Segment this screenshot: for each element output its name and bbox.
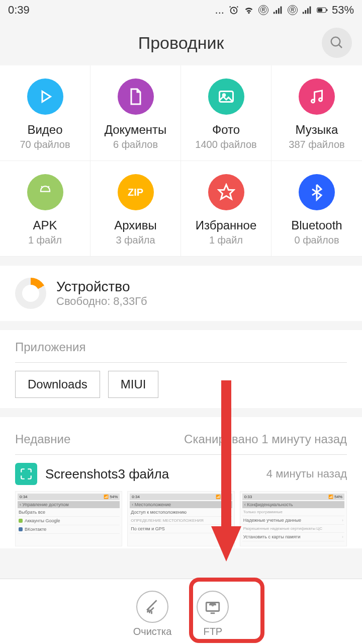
battery-percent: 53% bbox=[332, 4, 354, 17]
registered-icon-1: ® bbox=[258, 5, 268, 15]
thumbnail[interactable]: 0:34📶 54% ‹ Местоположение Доступ к мест… bbox=[127, 491, 234, 546]
category-label: Видео bbox=[27, 123, 62, 137]
recent-title: Недавние bbox=[15, 432, 70, 446]
category-count: 0 файлов bbox=[294, 234, 339, 246]
category-favorites[interactable]: Избранное 1 файл bbox=[181, 161, 272, 257]
app-chips: Downloads MIUI bbox=[15, 371, 347, 398]
bottom-bar: Очистка FTP bbox=[0, 579, 362, 644]
category-label: Архивы bbox=[114, 218, 157, 232]
bluetooth-icon bbox=[299, 174, 335, 210]
category-count: 3 файла bbox=[116, 234, 155, 246]
search-button[interactable] bbox=[322, 28, 352, 58]
category-video[interactable]: Видео 70 файлов bbox=[0, 65, 90, 161]
svg-point-16 bbox=[312, 100, 315, 103]
document-icon bbox=[118, 78, 154, 115]
category-bluetooth[interactable]: Bluetooth 0 файлов bbox=[272, 161, 362, 257]
svg-point-22 bbox=[213, 605, 213, 605]
page-title: Проводник bbox=[138, 33, 224, 53]
recent-thumbnails: 0:34📶 54% ‹ Управление доступом Выбрать … bbox=[15, 491, 347, 546]
svg-rect-1 bbox=[274, 12, 275, 14]
signal-icon-1 bbox=[273, 5, 284, 16]
wifi-icon bbox=[243, 5, 254, 16]
svg-rect-2 bbox=[276, 10, 277, 14]
search-icon bbox=[329, 35, 344, 50]
svg-rect-4 bbox=[281, 7, 282, 14]
apps-title: Приложения bbox=[15, 340, 347, 354]
category-label: Документы bbox=[105, 123, 167, 137]
category-label: Фото bbox=[212, 123, 240, 137]
recent-section: Недавние Сканировано 1 минуту назад Scre… bbox=[0, 417, 362, 548]
thumbnail[interactable]: 0:34📶 54% ‹ Управление доступом Выбрать … bbox=[15, 491, 122, 546]
svg-rect-10 bbox=[318, 9, 322, 12]
category-count: 1400 файлов bbox=[195, 139, 256, 150]
category-label: APK bbox=[33, 218, 57, 232]
svg-rect-7 bbox=[307, 8, 309, 14]
category-apk[interactable]: APK 1 файл bbox=[0, 161, 90, 257]
category-music[interactable]: Музыка 387 файлов bbox=[272, 65, 362, 161]
category-label: Избранное bbox=[196, 218, 257, 232]
clean-label: Очистка bbox=[133, 626, 172, 637]
category-count: 6 файлов bbox=[113, 139, 158, 150]
thumbnail[interactable]: 0:33📶 54% ‹ Конфиденциальность Только пр… bbox=[240, 491, 347, 546]
category-count: 387 файлов bbox=[289, 139, 344, 150]
category-photos[interactable]: Фото 1400 файлов bbox=[181, 65, 272, 161]
svg-rect-11 bbox=[326, 9, 327, 11]
music-icon bbox=[299, 78, 335, 115]
star-icon bbox=[208, 174, 244, 210]
svg-marker-13 bbox=[42, 92, 51, 102]
registered-icon-2: ® bbox=[288, 5, 298, 15]
category-documents[interactable]: Документы 6 файлов bbox=[90, 65, 181, 161]
category-count: 1 файл bbox=[209, 234, 243, 246]
category-count: 70 файлов bbox=[20, 139, 70, 150]
svg-point-17 bbox=[319, 98, 322, 101]
signal-icon-2 bbox=[302, 5, 313, 16]
app-header: Проводник bbox=[0, 20, 362, 65]
android-icon bbox=[27, 174, 63, 210]
storage-free: Свободно: 8,33Гб bbox=[56, 295, 147, 308]
svg-point-12 bbox=[331, 37, 340, 46]
svg-rect-5 bbox=[303, 12, 304, 14]
divider bbox=[15, 454, 347, 455]
status-bar: 0:39 ... ® ® 53% bbox=[0, 0, 362, 20]
clean-button[interactable]: Очистка bbox=[133, 591, 172, 637]
category-label: Музыка bbox=[296, 123, 338, 137]
svg-point-19 bbox=[47, 189, 48, 190]
more-icon: ... bbox=[215, 4, 224, 17]
recent-scan-time: Сканировано 1 минуту назад bbox=[184, 432, 347, 446]
ftp-button[interactable]: FTP bbox=[197, 591, 229, 637]
ftp-icon bbox=[197, 591, 229, 623]
divider bbox=[15, 362, 347, 363]
alarm-icon bbox=[228, 5, 239, 16]
category-archives[interactable]: ZIP Архивы 3 файла bbox=[90, 161, 181, 257]
ftp-label: FTP bbox=[203, 626, 222, 637]
category-label: Bluetooth bbox=[291, 218, 342, 232]
svg-rect-3 bbox=[278, 8, 280, 14]
status-icons: ... ® ® 53% bbox=[215, 4, 354, 17]
category-grid: Видео 70 файлов Документы 6 файлов Фото … bbox=[0, 65, 362, 257]
chip-downloads[interactable]: Downloads bbox=[15, 371, 100, 398]
broom-icon bbox=[136, 591, 168, 623]
svg-rect-8 bbox=[310, 7, 311, 14]
svg-marker-20 bbox=[219, 185, 234, 199]
battery-icon bbox=[317, 5, 328, 16]
storage-row[interactable]: Устройство Свободно: 8,33Гб bbox=[0, 266, 362, 321]
svg-point-18 bbox=[42, 189, 44, 190]
storage-title: Устройство bbox=[56, 279, 147, 295]
storage-pie-icon bbox=[15, 278, 46, 309]
zip-icon: ZIP bbox=[118, 174, 154, 210]
chip-miui[interactable]: MIUI bbox=[108, 371, 159, 398]
recent-folder-name: Screenshots3 файла bbox=[45, 466, 258, 482]
screenshot-icon bbox=[15, 463, 37, 485]
apps-section: Приложения Downloads MIUI bbox=[0, 330, 362, 408]
status-time: 0:39 bbox=[8, 4, 30, 17]
image-icon bbox=[208, 78, 244, 115]
play-icon bbox=[27, 78, 63, 115]
category-count: 1 файл bbox=[28, 234, 62, 246]
recent-folder-row[interactable]: Screenshots3 файла 4 минуты назад bbox=[15, 463, 347, 485]
recent-folder-time: 4 минуты назад bbox=[266, 467, 347, 480]
svg-rect-6 bbox=[305, 10, 306, 14]
